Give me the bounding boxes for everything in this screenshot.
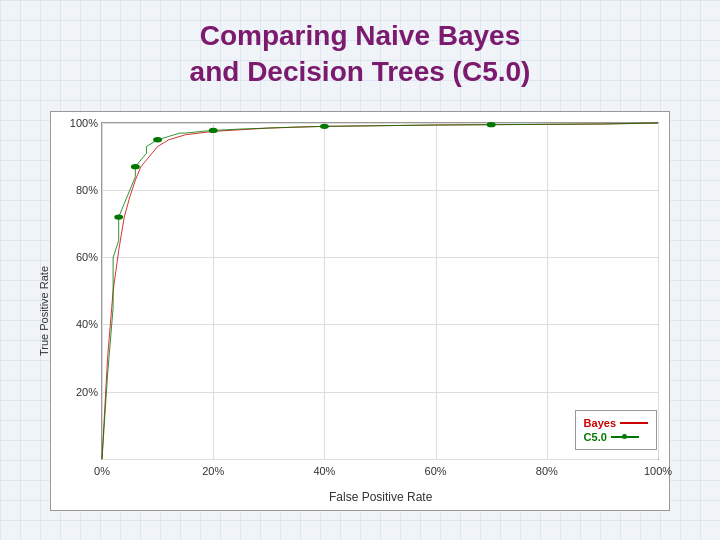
roc-chart: [102, 123, 658, 459]
x-tick-0: 0%: [94, 465, 110, 477]
chart-container: True Positive Rate 100% 80% 60% 40%: [50, 111, 670, 511]
x-axis-label: False Positive Rate: [329, 490, 432, 504]
svg-point-4: [320, 123, 329, 128]
legend-c50: C5.0: [584, 431, 648, 443]
y-tick-60: 60%: [76, 251, 98, 263]
y-tick-40: 40%: [76, 318, 98, 330]
x-tick-80: 80%: [536, 465, 558, 477]
x-tick-60: 60%: [425, 465, 447, 477]
x-tick-20: 20%: [202, 465, 224, 477]
svg-point-0: [114, 214, 123, 219]
y-axis-label: True Positive Rate: [38, 266, 50, 356]
y-tick-80: 80%: [76, 184, 98, 196]
svg-point-1: [131, 164, 140, 169]
y-tick-20: 20%: [76, 386, 98, 398]
c50-curve: [102, 123, 658, 459]
x-tick-100: 100%: [644, 465, 672, 477]
x-tick-40: 40%: [313, 465, 335, 477]
y-tick-100: 100%: [70, 117, 98, 129]
svg-point-5: [487, 122, 496, 127]
title: Comparing Naive Bayes and Decision Trees…: [190, 18, 531, 91]
svg-point-3: [209, 127, 218, 132]
legend: Bayes C5.0: [575, 410, 657, 450]
svg-point-2: [153, 137, 162, 142]
legend-bayes: Bayes: [584, 417, 648, 429]
bayes-curve: [102, 123, 658, 459]
